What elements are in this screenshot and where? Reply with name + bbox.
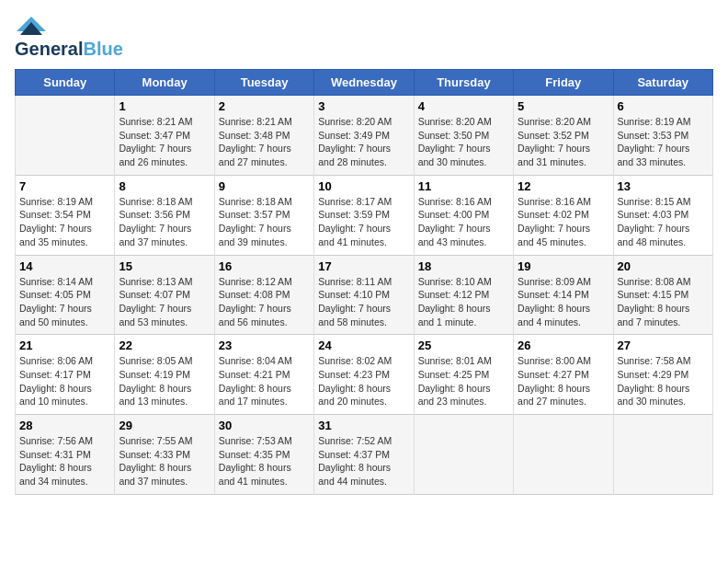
header-sunday: Sunday xyxy=(16,70,115,96)
day-number: 1 xyxy=(119,99,210,113)
day-number: 24 xyxy=(318,339,409,352)
day-info: Sunrise: 7:58 AMSunset: 4:29 PMDaylight:… xyxy=(618,354,709,408)
calendar-cell: 17Sunrise: 8:11 AMSunset: 4:10 PMDayligh… xyxy=(314,255,414,335)
day-number: 30 xyxy=(219,419,310,432)
calendar-cell: 12Sunrise: 8:16 AMSunset: 4:02 PMDayligh… xyxy=(514,175,613,255)
day-number: 22 xyxy=(119,339,210,352)
calendar-cell: 7Sunrise: 8:19 AMSunset: 3:54 PMDaylight… xyxy=(16,175,115,255)
page-header: GeneralBlue xyxy=(15,15,713,60)
week-row-2: 7Sunrise: 8:19 AMSunset: 3:54 PMDaylight… xyxy=(16,175,713,255)
day-info: Sunrise: 7:53 AMSunset: 4:35 PMDaylight:… xyxy=(219,434,310,488)
week-row-3: 14Sunrise: 8:14 AMSunset: 4:05 PMDayligh… xyxy=(16,255,713,335)
day-number: 20 xyxy=(618,259,709,273)
day-number: 26 xyxy=(518,339,609,352)
week-row-1: 1Sunrise: 8:21 AMSunset: 3:47 PMDaylight… xyxy=(16,96,713,176)
day-number: 27 xyxy=(618,339,709,352)
day-info: Sunrise: 8:20 AMSunset: 3:49 PMDaylight:… xyxy=(318,115,409,169)
day-number: 17 xyxy=(318,259,409,273)
day-info: Sunrise: 8:02 AMSunset: 4:23 PMDaylight:… xyxy=(318,354,409,408)
day-number: 31 xyxy=(318,419,409,432)
day-info: Sunrise: 8:04 AMSunset: 4:21 PMDaylight:… xyxy=(219,354,310,408)
calendar-cell: 22Sunrise: 8:05 AMSunset: 4:19 PMDayligh… xyxy=(115,335,214,415)
calendar-cell: 13Sunrise: 8:15 AMSunset: 4:03 PMDayligh… xyxy=(613,175,712,255)
calendar-cell: 5Sunrise: 8:20 AMSunset: 3:52 PMDaylight… xyxy=(514,96,613,176)
header-thursday: Thursday xyxy=(414,70,513,96)
day-info: Sunrise: 8:20 AMSunset: 3:52 PMDaylight:… xyxy=(518,115,609,169)
header-tuesday: Tuesday xyxy=(214,70,313,96)
day-info: Sunrise: 8:18 AMSunset: 3:57 PMDaylight:… xyxy=(219,195,310,249)
day-info: Sunrise: 7:55 AMSunset: 4:33 PMDaylight:… xyxy=(119,434,210,488)
day-number: 15 xyxy=(119,259,210,273)
day-info: Sunrise: 8:05 AMSunset: 4:19 PMDaylight:… xyxy=(119,354,210,408)
day-info: Sunrise: 8:21 AMSunset: 3:47 PMDaylight:… xyxy=(119,115,210,169)
day-info: Sunrise: 8:17 AMSunset: 3:59 PMDaylight:… xyxy=(318,195,409,249)
calendar-table: SundayMondayTuesdayWednesdayThursdayFrid… xyxy=(15,69,713,495)
day-number: 18 xyxy=(418,259,509,273)
calendar-cell: 9Sunrise: 8:18 AMSunset: 3:57 PMDaylight… xyxy=(214,175,313,255)
calendar-cell: 8Sunrise: 8:18 AMSunset: 3:56 PMDaylight… xyxy=(115,175,214,255)
calendar-cell: 3Sunrise: 8:20 AMSunset: 3:49 PMDaylight… xyxy=(314,96,414,176)
day-number: 9 xyxy=(219,179,310,193)
day-number: 12 xyxy=(518,179,609,193)
header-wednesday: Wednesday xyxy=(314,70,414,96)
logo-icon xyxy=(15,15,48,39)
calendar-cell: 25Sunrise: 8:01 AMSunset: 4:25 PMDayligh… xyxy=(414,335,513,415)
week-row-4: 21Sunrise: 8:06 AMSunset: 4:17 PMDayligh… xyxy=(16,335,713,415)
calendar-cell: 20Sunrise: 8:08 AMSunset: 4:15 PMDayligh… xyxy=(613,255,712,335)
day-info: Sunrise: 8:13 AMSunset: 4:07 PMDaylight:… xyxy=(119,275,210,329)
calendar-cell: 10Sunrise: 8:17 AMSunset: 3:59 PMDayligh… xyxy=(314,175,414,255)
day-number: 10 xyxy=(318,179,409,193)
calendar-cell: 18Sunrise: 8:10 AMSunset: 4:12 PMDayligh… xyxy=(414,255,513,335)
calendar-cell: 6Sunrise: 8:19 AMSunset: 3:53 PMDaylight… xyxy=(613,96,712,176)
calendar-cell: 1Sunrise: 8:21 AMSunset: 3:47 PMDaylight… xyxy=(115,96,214,176)
day-number: 4 xyxy=(418,99,509,113)
calendar-cell: 29Sunrise: 7:55 AMSunset: 4:33 PMDayligh… xyxy=(115,415,214,495)
header-friday: Friday xyxy=(514,70,613,96)
day-number: 25 xyxy=(418,339,509,352)
calendar-cell: 16Sunrise: 8:12 AMSunset: 4:08 PMDayligh… xyxy=(214,255,313,335)
day-info: Sunrise: 8:09 AMSunset: 4:14 PMDaylight:… xyxy=(518,275,609,329)
day-info: Sunrise: 8:15 AMSunset: 4:03 PMDaylight:… xyxy=(618,195,709,249)
day-number: 2 xyxy=(219,99,310,113)
day-number: 6 xyxy=(618,99,709,113)
day-number: 5 xyxy=(518,99,609,113)
calendar-cell xyxy=(414,415,513,495)
logo: GeneralBlue xyxy=(15,15,123,60)
day-info: Sunrise: 8:00 AMSunset: 4:27 PMDaylight:… xyxy=(518,354,609,408)
day-info: Sunrise: 8:14 AMSunset: 4:05 PMDaylight:… xyxy=(19,275,110,329)
day-number: 16 xyxy=(219,259,310,273)
day-info: Sunrise: 8:12 AMSunset: 4:08 PMDaylight:… xyxy=(219,275,310,329)
day-info: Sunrise: 8:10 AMSunset: 4:12 PMDaylight:… xyxy=(418,275,509,329)
calendar-cell: 26Sunrise: 8:00 AMSunset: 4:27 PMDayligh… xyxy=(514,335,613,415)
calendar-cell xyxy=(613,415,712,495)
calendar-cell: 11Sunrise: 8:16 AMSunset: 4:00 PMDayligh… xyxy=(414,175,513,255)
header-monday: Monday xyxy=(115,70,214,96)
calendar-cell: 2Sunrise: 8:21 AMSunset: 3:48 PMDaylight… xyxy=(214,96,313,176)
day-info: Sunrise: 8:11 AMSunset: 4:10 PMDaylight:… xyxy=(318,275,409,329)
calendar-cell: 31Sunrise: 7:52 AMSunset: 4:37 PMDayligh… xyxy=(314,415,414,495)
day-info: Sunrise: 7:56 AMSunset: 4:31 PMDaylight:… xyxy=(19,434,110,488)
calendar-cell xyxy=(514,415,613,495)
day-info: Sunrise: 8:19 AMSunset: 3:54 PMDaylight:… xyxy=(19,195,110,249)
calendar-cell: 21Sunrise: 8:06 AMSunset: 4:17 PMDayligh… xyxy=(16,335,115,415)
header-saturday: Saturday xyxy=(613,70,712,96)
calendar-cell: 23Sunrise: 8:04 AMSunset: 4:21 PMDayligh… xyxy=(214,335,313,415)
day-number: 23 xyxy=(219,339,310,352)
logo-blue: Blue xyxy=(83,39,122,59)
calendar-cell: 4Sunrise: 8:20 AMSunset: 3:50 PMDaylight… xyxy=(414,96,513,176)
day-info: Sunrise: 8:01 AMSunset: 4:25 PMDaylight:… xyxy=(418,354,509,408)
calendar-cell: 19Sunrise: 8:09 AMSunset: 4:14 PMDayligh… xyxy=(514,255,613,335)
day-info: Sunrise: 8:16 AMSunset: 4:02 PMDaylight:… xyxy=(518,195,609,249)
logo-dark: General xyxy=(15,39,83,59)
calendar-cell: 27Sunrise: 7:58 AMSunset: 4:29 PMDayligh… xyxy=(613,335,712,415)
day-number: 19 xyxy=(518,259,609,273)
day-info: Sunrise: 8:20 AMSunset: 3:50 PMDaylight:… xyxy=(418,115,509,169)
day-info: Sunrise: 8:08 AMSunset: 4:15 PMDaylight:… xyxy=(618,275,709,329)
calendar-cell: 24Sunrise: 8:02 AMSunset: 4:23 PMDayligh… xyxy=(314,335,414,415)
day-number: 11 xyxy=(418,179,509,193)
calendar-cell: 14Sunrise: 8:14 AMSunset: 4:05 PMDayligh… xyxy=(16,255,115,335)
day-number: 3 xyxy=(318,99,409,113)
day-number: 28 xyxy=(19,419,110,432)
day-info: Sunrise: 7:52 AMSunset: 4:37 PMDaylight:… xyxy=(318,434,409,488)
day-info: Sunrise: 8:06 AMSunset: 4:17 PMDaylight:… xyxy=(19,354,110,408)
